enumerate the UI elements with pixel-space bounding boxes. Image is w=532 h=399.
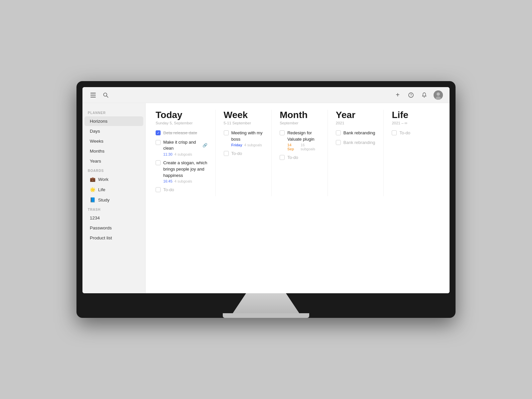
task-content-meeting: Meeting with my boss Friday 4 subgoals [231,130,264,147]
task-title-today-todo: To-do [163,187,174,192]
sidebar-item-days[interactable]: Days [84,126,143,136]
task-title-year-todo: Bank rebranding [343,140,375,145]
task-checkbox-week-todo[interactable] [224,151,229,156]
search-icon[interactable] [102,91,110,99]
task-time-crisp: 11:30 [163,152,173,156]
task-checkbox-bank[interactable] [336,130,341,135]
attach-icon: 🔗 [202,143,207,148]
task-title-beta: Beta release date [163,130,197,135]
week-subtitle: 5-11 September [224,121,264,125]
bell-icon[interactable] [420,91,428,99]
task-date-meeting: Friday [231,143,242,147]
topbar-right: + ? [394,90,443,100]
task-subcount-redesign: 16 subgoals [301,143,320,151]
study-icon: 📘 [90,197,95,202]
table-row: Make it crisp and clean 🔗 11:30 4 subgoa… [156,139,207,156]
today-title: Today [156,110,207,120]
task-content-bank: Bank rebranding [343,130,376,136]
task-checkbox-redesign[interactable] [280,130,285,135]
task-title-meeting: Meeting with my boss [231,130,263,142]
weeks-label: Weeks [90,139,103,144]
table-row: Beta release date [156,130,207,136]
task-title-month-todo: To-do [287,155,298,160]
today-column: Today Sunday 5, September Beta release d… [156,110,216,196]
sidebar-item-study[interactable]: 📘 Study [84,195,143,205]
svg-line-4 [107,96,108,97]
sidebar-item-life[interactable]: 🌟 Life [84,185,143,195]
task-checkbox-life-todo[interactable] [392,130,397,135]
year-title: Year [336,110,376,120]
life-subtitle: 2021 – ∞ [392,121,432,125]
task-subcount-meeting: 4 subgoals [244,143,262,147]
svg-rect-2 [90,97,96,97]
task-subgoals-crisp: 4 subgoals [175,152,192,156]
table-row: To-do [224,150,264,157]
study-label: Study [98,198,110,202]
life-icon: 🌟 [90,187,95,192]
table-row: Bank rebranding [336,139,376,146]
sidebar-item-horizons[interactable]: Horizons [84,116,143,126]
sidebar-item-product-list[interactable]: Product list [84,233,143,243]
task-title-redesign: Redesign for Valuate plugin [287,130,314,142]
product-list-label: Product list [90,235,112,240]
add-button[interactable]: + [394,91,402,99]
today-subtitle: Sunday 5, September [156,121,207,125]
sidebar-item-years[interactable]: Years [84,156,143,166]
avatar[interactable] [434,90,443,100]
task-title-life-todo: To-do [399,130,410,135]
task-meta-redesign: 14 Sep 16 subgoals [287,143,320,151]
task-meta-meeting: Friday 4 subgoals [231,143,264,147]
work-label: Work [98,177,108,182]
help-icon[interactable]: ? [407,91,415,99]
task-content-crisp: Make it crisp and clean 🔗 11:30 4 subgoa… [163,139,207,156]
planner-section-label: PLANNER [82,108,145,116]
passwords-label: Passwords [90,225,112,230]
life-column: Life 2021 – ∞ To-do [392,110,440,196]
task-checkbox-month-todo[interactable] [280,155,285,160]
table-row: Bank rebranding [336,130,376,136]
task-content-week-todo: To-do [231,150,264,157]
topbar: + ? [82,87,450,103]
horizons-label: Horizons [90,119,107,124]
svg-text:?: ? [410,93,412,97]
task-title-crisp: Make it crisp and clean [163,139,200,151]
task-checkbox-today-todo[interactable] [156,187,161,192]
task-title-bank: Bank rebranding [343,130,375,135]
sidebar-item-weeks[interactable]: Weeks [84,136,143,146]
task-checkbox-year-todo[interactable] [336,140,341,145]
table-row: Meeting with my boss Friday 4 subgoals [224,130,264,147]
year-column: Year 2021 Bank rebranding [336,110,384,196]
sidebar: PLANNER Horizons Days Weeks Months Years [82,103,146,293]
menu-icon[interactable] [89,91,97,99]
trash-section-label: TRASH [82,205,145,213]
task-content-slogan: Create a slogan, which brings people joy… [163,160,207,184]
task-title-slogan: Create a slogan, which brings people joy… [163,160,207,178]
life-title: Life [392,110,432,120]
work-icon: 💼 [90,177,95,182]
task-content-year-todo: Bank rebranding [343,139,376,146]
days-label: Days [90,129,100,134]
months-label: Months [90,149,104,154]
sidebar-item-work[interactable]: 💼 Work [84,174,143,184]
table-row: Create a slogan, which brings people joy… [156,160,207,184]
table-row: To-do [280,154,320,161]
topbar-left [89,91,110,99]
svg-rect-1 [90,95,96,95]
month-column: Month September Redesign for Valuate plu… [280,110,328,196]
sidebar-item-1234[interactable]: 1234 [84,213,143,223]
sidebar-item-passwords[interactable]: Passwords [84,223,143,233]
task-date-redesign: 14 Sep [287,143,299,151]
life-board-label: Life [98,187,105,192]
boards-section-label: BOARDS [82,166,145,174]
task-meta-slogan: 16:45 4 subgoals [163,179,207,183]
table-row: Redesign for Valuate plugin 14 Sep 16 su… [280,130,320,151]
task-content-life-todo: To-do [399,130,432,136]
task-checkbox-slogan[interactable] [156,160,161,165]
task-checkbox-crisp[interactable] [156,140,161,145]
sidebar-item-months[interactable]: Months [84,146,143,156]
task-meta-crisp: 11:30 4 subgoals [163,152,207,156]
task-checkbox-beta[interactable] [156,130,161,135]
task-checkbox-meeting[interactable] [224,130,229,135]
month-title: Month [280,110,320,120]
task-content-redesign: Redesign for Valuate plugin 14 Sep 16 su… [287,130,320,151]
